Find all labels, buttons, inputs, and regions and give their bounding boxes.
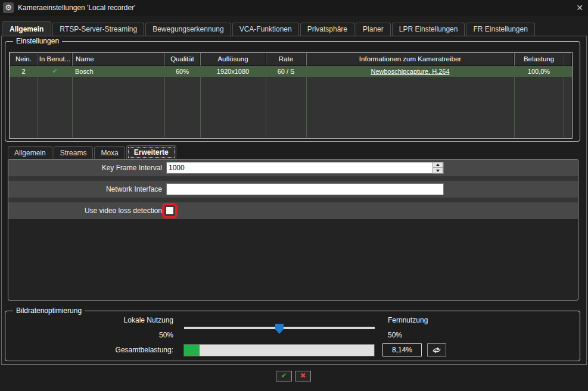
tab-planer[interactable]: Planer xyxy=(356,23,391,36)
tab-vca-funktionen[interactable]: VCA-Funktionen xyxy=(232,23,299,36)
tab-lpr-einstellungen[interactable]: LPR Einstellungen xyxy=(392,23,465,36)
cell-quality: 60% xyxy=(164,66,200,77)
table-gridline xyxy=(564,77,564,137)
table-gridline xyxy=(38,77,38,137)
header-name[interactable]: Name xyxy=(72,52,164,66)
camera-settings-window: ⚙ Kameraeinstellungen 'Local recorder' ✕… xyxy=(0,0,588,391)
header-in-benutzung[interactable]: In Benut... xyxy=(38,52,72,66)
camera-table: Nein. In Benut... Name Qualität Auflösun… xyxy=(9,52,573,139)
usage-slider[interactable] xyxy=(184,323,375,334)
key-frame-interval-input[interactable] xyxy=(166,162,444,174)
title-bar: ⚙ Kameraeinstellungen 'Local recorder' ✕ xyxy=(0,0,588,15)
cell-spacer xyxy=(564,66,572,77)
form-row-gap xyxy=(8,176,578,181)
form-row-network-interface: Network Interface xyxy=(8,181,578,198)
table-gridline xyxy=(306,77,307,137)
subtab-streams[interactable]: Streams xyxy=(54,146,94,159)
framerate-group-title: Bildratenoptimierung xyxy=(13,306,85,315)
slider-thumb[interactable] xyxy=(275,324,284,334)
subtab-allgemein[interactable]: Allgemein xyxy=(8,146,52,159)
cell-load: 100,0% xyxy=(514,66,564,77)
advanced-panel: Key Frame Interval Network Interface Use… xyxy=(8,159,578,301)
arrow-down-icon xyxy=(436,170,440,172)
subtab-moxa[interactable]: Moxa xyxy=(94,146,125,159)
check-icon: ✔ xyxy=(281,371,287,380)
network-interface-input[interactable] xyxy=(166,183,444,195)
remote-usage-value: 50% xyxy=(388,330,402,340)
table-gridline xyxy=(200,77,201,137)
gear-icon: ⚙ xyxy=(3,2,14,13)
local-usage-label: Lokale Nutzung xyxy=(53,315,173,325)
arrow-up-icon xyxy=(436,164,440,166)
cell-rate: 60 / S xyxy=(266,66,306,77)
sub-tab-bar: Allgemein Streams Moxa Erweiterte xyxy=(8,145,178,159)
tab-bewegungserkennung[interactable]: Bewegungserkennung xyxy=(145,23,231,36)
remote-usage-label: Fernnutzung xyxy=(388,315,428,325)
settings-group: Einstellungen Nein. In Benut... Name Qua… xyxy=(5,41,580,142)
table-header-spacer xyxy=(564,52,572,66)
in-use-check-icon: ✔ xyxy=(38,66,72,77)
total-load-progressbar xyxy=(183,344,375,356)
table-header-row: Nein. In Benut... Name Qualität Auflösun… xyxy=(10,52,572,66)
spinner-up-button[interactable] xyxy=(433,162,443,168)
close-icon[interactable]: ✕ xyxy=(576,0,583,15)
table-gridline xyxy=(514,77,515,137)
form-row-key-frame-interval: Key Frame Interval xyxy=(8,159,578,176)
cell-name: Bosch xyxy=(72,66,164,77)
table-gridline xyxy=(266,77,266,137)
header-nein[interactable]: Nein. xyxy=(10,52,38,66)
cell-nein: 2 xyxy=(10,66,38,77)
tab-allgemein[interactable]: Allgemein xyxy=(2,21,51,36)
key-frame-interval-spinner xyxy=(433,162,443,174)
header-aufloesung[interactable]: Auflösung xyxy=(200,52,266,66)
window-title: Kameraeinstellungen 'Local recorder' xyxy=(18,0,135,15)
form-row-video-loss: Use video loss detection xyxy=(8,202,578,219)
video-loss-checkbox[interactable] xyxy=(166,207,174,215)
header-kameratreiber-info[interactable]: Informationen zum Kameratreiber xyxy=(306,52,514,66)
total-load-value: 8,14% xyxy=(382,343,422,356)
ok-button[interactable]: ✔ xyxy=(276,371,292,381)
driver-info-link[interactable]: Newboschipcapture, H.264 xyxy=(371,68,449,75)
network-interface-label: Network Interface xyxy=(8,181,162,198)
progress-fill xyxy=(184,345,200,356)
tab-privatsphaere[interactable]: Privatsphäre xyxy=(300,23,354,36)
cell-resolution: 1920x1080 xyxy=(200,66,266,77)
table-gridline xyxy=(72,77,73,137)
tab-rtsp-server-streaming[interactable]: RTSP-Server-Streaming xyxy=(52,23,144,36)
refresh-button[interactable] xyxy=(427,343,446,356)
spinner-down-button[interactable] xyxy=(433,168,443,173)
table-row-selected[interactable]: 2 ✔ Bosch 60% 1920x1080 60 / S Newboschi… xyxy=(10,66,572,77)
form-row-gap xyxy=(8,198,578,202)
local-usage-value: 50% xyxy=(53,330,173,340)
main-tab-bar: Allgemein RTSP-Server-Streaming Bewegung… xyxy=(2,21,536,36)
framerate-group: Bildratenoptimierung Lokale Nutzung Fern… xyxy=(5,311,580,361)
table-gridline xyxy=(164,77,165,137)
header-belastung[interactable]: Belastung xyxy=(514,52,564,66)
total-load-label: Gesamtbelastung: xyxy=(29,345,173,355)
settings-group-title: Einstellungen xyxy=(13,36,62,46)
key-frame-interval-label: Key Frame Interval xyxy=(8,159,162,176)
header-rate[interactable]: Rate xyxy=(266,52,306,66)
video-loss-label: Use video loss detection xyxy=(8,202,162,219)
highlight-ring xyxy=(162,203,178,218)
refresh-icon xyxy=(431,346,443,354)
subtab-erweiterte[interactable]: Erweiterte xyxy=(126,145,176,159)
cross-icon: ✖ xyxy=(300,371,306,380)
cancel-button[interactable]: ✖ xyxy=(295,371,311,381)
tab-fr-einstellungen[interactable]: FR Einstellungen xyxy=(466,23,534,36)
header-qualitaet[interactable]: Qualität xyxy=(164,52,200,66)
